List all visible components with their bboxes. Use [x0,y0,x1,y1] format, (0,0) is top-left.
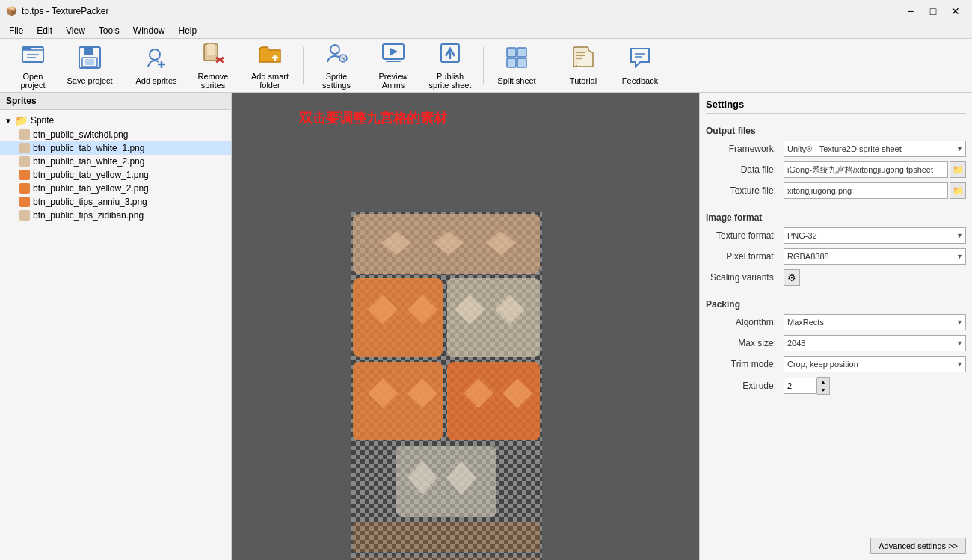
pixel-format-select-wrapper[interactable]: RGBA8888 RGB888 RGBA4444 [784,248,966,265]
algorithm-label: Algorithm: [706,317,781,327]
extrude-spinner-buttons: ▲ ▼ [817,377,830,395]
texture-file-input[interactable] [784,182,948,199]
settings-panel: Settings Output files Framework: Unity® … [699,93,972,560]
menu-help[interactable]: Help [173,24,203,37]
menu-view[interactable]: View [60,24,91,37]
window-controls: − □ ✕ [900,1,966,22]
menu-window[interactable]: Window [127,24,171,37]
svg-rect-4 [85,59,94,65]
data-file-input[interactable] [784,161,948,178]
trim-mode-row: Trim mode: None Trim Crop, keep position… [706,356,966,372]
list-item[interactable]: btn_public_tab_white_1.png [0,141,231,155]
svg-rect-2 [84,47,93,55]
file-icon [19,170,30,180]
data-file-label: Data file: [706,164,781,175]
extrude-spinner: ▲ ▼ [784,377,830,395]
texture-file-label: Texture file: [706,185,781,196]
preview-anims-button[interactable]: Preview Anims [366,42,420,90]
folder-label: Sprite [31,115,54,126]
texture-format-select[interactable]: PNG-32 PNG-8 JPEG [784,227,966,244]
save-project-button[interactable]: Save project [63,42,117,90]
framework-row: Framework: Unity® - Texture2D sprite she… [706,141,966,157]
menu-edit[interactable]: Edit [31,24,58,37]
file-label: btn_public_switchdi.png [33,129,128,140]
remove-sprites-button[interactable]: Remove sprites [186,42,240,90]
add-sprites-button[interactable]: Add sprites [129,42,183,90]
open-project-label: Open project [10,72,56,90]
list-item[interactable]: btn_public_tab_yellow_1.png [0,168,231,182]
scaling-variants-label: Scaling variants: [706,272,781,283]
scaling-variants-gear-button[interactable]: ⚙ [784,269,800,286]
svg-marker-18 [390,48,398,55]
framework-select-wrapper[interactable]: Unity® - Texture2D sprite sheet [784,141,966,157]
data-file-browse-button[interactable]: 📁 [950,161,966,178]
menu-file[interactable]: File [3,24,29,37]
svg-rect-25 [517,58,526,67]
extrude-label: Extrude: [706,381,781,391]
trim-mode-select-wrapper[interactable]: None Trim Crop, keep position Crop [784,356,966,372]
file-icon [19,183,30,194]
max-size-select-wrapper[interactable]: 256 512 1024 2048 4096 [784,335,966,351]
texture-file-browse-button[interactable]: 📁 [950,182,966,199]
folder-icon: 📁 [15,114,28,126]
file-label: btn_public_tips_anniu_3.png [33,197,147,207]
save-project-label: Save project [67,76,112,85]
max-size-label: Max size: [706,338,781,348]
maximize-button[interactable]: □ [923,1,944,22]
tutorial-button[interactable]: Tutorial [556,42,610,90]
texture-format-label: Texture format: [706,230,781,241]
file-icon [19,156,30,167]
extrude-row: Extrude: ▲ ▼ [706,377,966,395]
list-item[interactable]: btn_public_tips_zidiban.png [0,209,231,222]
tree-folder-sprite[interactable]: ▼ 📁 Sprite [0,113,231,128]
extrude-decrement-button[interactable]: ▼ [817,386,829,394]
publish-sprite-sheet-button[interactable]: Publish sprite sheet [423,42,477,90]
list-item[interactable]: btn_public_tab_white_2.png [0,155,231,168]
split-sheet-button[interactable]: Split sheet [490,42,544,90]
sprite-canvas [351,212,542,560]
add-sprites-label: Add sprites [135,76,176,85]
list-item[interactable]: btn_public_tab_yellow_2.png [0,182,231,195]
svg-rect-47 [447,278,540,357]
add-smart-folder-icon [258,41,282,69]
publish-sprite-sheet-label: Publish sprite sheet [427,72,473,90]
max-size-select[interactable]: 256 512 1024 2048 4096 [784,335,966,351]
publish-sprite-sheet-icon [438,41,462,69]
list-item[interactable]: btn_public_switchdi.png [0,128,231,141]
toolbar-separator-1 [123,47,123,84]
svg-rect-60 [353,556,540,560]
texture-format-row: Texture format: PNG-32 PNG-8 JPEG [706,227,966,244]
extrude-increment-button[interactable]: ▲ [817,378,829,386]
sprite-settings-button[interactable]: Sprite settings [310,42,363,90]
annotation-text: 双击要调整九宫格的素材 [299,109,447,127]
toolbar-separator-3 [483,47,484,84]
file-label: btn_public_tab_white_1.png [33,143,144,153]
texture-file-input-group: 📁 [784,182,966,199]
extrude-input[interactable] [784,378,817,394]
algorithm-row: Algorithm: MaxRects Basic Shelf [706,314,966,330]
file-icon [19,197,30,207]
list-item[interactable]: btn_public_tips_anniu_3.png [0,195,231,209]
algorithm-select[interactable]: MaxRects Basic Shelf [784,314,966,330]
preview-anims-label: Preview Anims [370,72,416,90]
tree-area: ▼ 📁 Sprite btn_public_switchdi.png btn_p… [0,110,231,560]
framework-select[interactable]: Unity® - Texture2D sprite sheet [784,141,966,157]
texture-format-select-wrapper[interactable]: PNG-32 PNG-8 JPEG [784,227,966,244]
preview-anims-icon [381,41,405,69]
file-label: btn_public_tips_zidiban.png [33,210,144,221]
algorithm-select-wrapper[interactable]: MaxRects Basic Shelf [784,314,966,330]
pixel-format-select[interactable]: RGBA8888 RGB888 RGBA4444 [784,248,966,265]
add-sprites-icon [144,46,168,73]
folder-chevron: ▼ [4,117,12,125]
menu-tools[interactable]: Tools [93,24,126,37]
advanced-settings-button[interactable]: Advanced settings >> [870,538,966,554]
minimize-button[interactable]: − [900,1,921,22]
canvas-area[interactable]: 双击要调整九宫格的素材 [232,93,699,560]
trim-mode-select[interactable]: None Trim Crop, keep position Crop [784,356,966,372]
feedback-button[interactable]: Feedback [613,42,667,90]
texture-file-row: Texture file: 📁 [706,182,966,199]
open-project-button[interactable]: Open project [6,42,60,90]
close-button[interactable]: ✕ [945,1,966,22]
add-smart-folder-button[interactable]: Add smart folder [243,42,297,90]
file-icon [19,143,30,153]
